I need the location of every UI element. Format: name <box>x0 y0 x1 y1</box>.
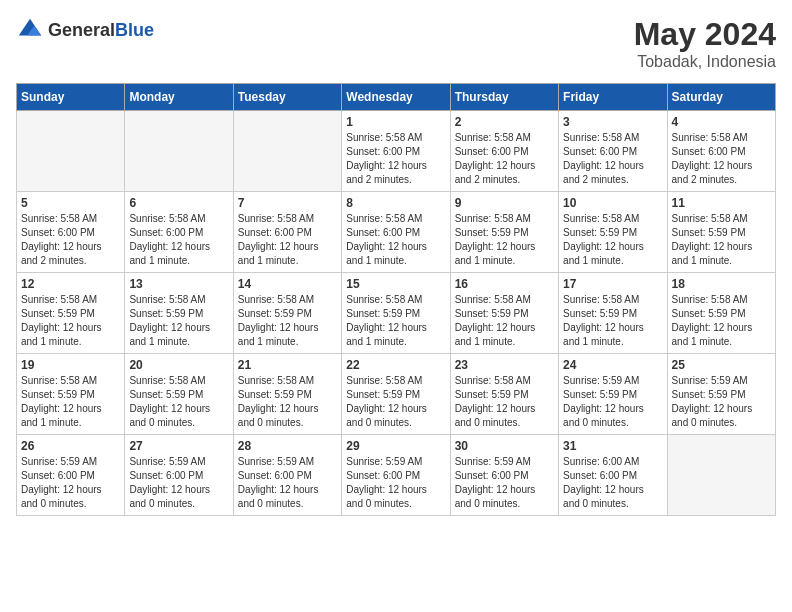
calendar-cell: 2Sunrise: 5:58 AM Sunset: 6:00 PM Daylig… <box>450 111 558 192</box>
cell-info: Sunrise: 5:58 AM Sunset: 5:59 PM Dayligh… <box>672 293 771 349</box>
calendar-cell: 25Sunrise: 5:59 AM Sunset: 5:59 PM Dayli… <box>667 354 775 435</box>
day-number: 6 <box>129 196 228 210</box>
day-number: 3 <box>563 115 662 129</box>
day-number: 27 <box>129 439 228 453</box>
logo-icon <box>16 16 44 44</box>
day-number: 9 <box>455 196 554 210</box>
cell-info: Sunrise: 5:58 AM Sunset: 5:59 PM Dayligh… <box>21 293 120 349</box>
week-row-2: 5Sunrise: 5:58 AM Sunset: 6:00 PM Daylig… <box>17 192 776 273</box>
calendar-cell: 22Sunrise: 5:58 AM Sunset: 5:59 PM Dayli… <box>342 354 450 435</box>
calendar-cell: 16Sunrise: 5:58 AM Sunset: 5:59 PM Dayli… <box>450 273 558 354</box>
day-number: 2 <box>455 115 554 129</box>
calendar-cell <box>17 111 125 192</box>
calendar-cell <box>125 111 233 192</box>
cell-info: Sunrise: 5:58 AM Sunset: 5:59 PM Dayligh… <box>21 374 120 430</box>
cell-info: Sunrise: 5:58 AM Sunset: 5:59 PM Dayligh… <box>346 374 445 430</box>
day-number: 30 <box>455 439 554 453</box>
calendar-cell <box>233 111 341 192</box>
title-area: May 2024 Tobadak, Indonesia <box>634 16 776 71</box>
day-number: 12 <box>21 277 120 291</box>
calendar-cell: 29Sunrise: 5:59 AM Sunset: 6:00 PM Dayli… <box>342 435 450 516</box>
calendar-cell: 15Sunrise: 5:58 AM Sunset: 5:59 PM Dayli… <box>342 273 450 354</box>
logo: GeneralBlue <box>16 16 154 44</box>
week-row-4: 19Sunrise: 5:58 AM Sunset: 5:59 PM Dayli… <box>17 354 776 435</box>
calendar-cell: 7Sunrise: 5:58 AM Sunset: 6:00 PM Daylig… <box>233 192 341 273</box>
day-number: 29 <box>346 439 445 453</box>
cell-info: Sunrise: 5:59 AM Sunset: 6:00 PM Dayligh… <box>346 455 445 511</box>
logo-general-text: General <box>48 20 115 40</box>
calendar-cell: 18Sunrise: 5:58 AM Sunset: 5:59 PM Dayli… <box>667 273 775 354</box>
calendar-cell: 28Sunrise: 5:59 AM Sunset: 6:00 PM Dayli… <box>233 435 341 516</box>
day-number: 19 <box>21 358 120 372</box>
cell-info: Sunrise: 5:59 AM Sunset: 6:00 PM Dayligh… <box>238 455 337 511</box>
calendar-cell: 13Sunrise: 5:58 AM Sunset: 5:59 PM Dayli… <box>125 273 233 354</box>
cell-info: Sunrise: 5:59 AM Sunset: 6:00 PM Dayligh… <box>129 455 228 511</box>
day-number: 13 <box>129 277 228 291</box>
week-row-5: 26Sunrise: 5:59 AM Sunset: 6:00 PM Dayli… <box>17 435 776 516</box>
calendar-cell: 5Sunrise: 5:58 AM Sunset: 6:00 PM Daylig… <box>17 192 125 273</box>
cell-info: Sunrise: 5:58 AM Sunset: 5:59 PM Dayligh… <box>346 293 445 349</box>
cell-info: Sunrise: 5:58 AM Sunset: 6:00 PM Dayligh… <box>238 212 337 268</box>
col-header-tuesday: Tuesday <box>233 84 341 111</box>
cell-info: Sunrise: 5:59 AM Sunset: 6:00 PM Dayligh… <box>455 455 554 511</box>
calendar-cell: 14Sunrise: 5:58 AM Sunset: 5:59 PM Dayli… <box>233 273 341 354</box>
month-title: May 2024 <box>634 16 776 53</box>
cell-info: Sunrise: 5:59 AM Sunset: 5:59 PM Dayligh… <box>563 374 662 430</box>
calendar-cell: 10Sunrise: 5:58 AM Sunset: 5:59 PM Dayli… <box>559 192 667 273</box>
cell-info: Sunrise: 5:58 AM Sunset: 5:59 PM Dayligh… <box>455 212 554 268</box>
cell-info: Sunrise: 5:58 AM Sunset: 6:00 PM Dayligh… <box>129 212 228 268</box>
cell-info: Sunrise: 5:59 AM Sunset: 6:00 PM Dayligh… <box>21 455 120 511</box>
col-header-monday: Monday <box>125 84 233 111</box>
cell-info: Sunrise: 5:58 AM Sunset: 6:00 PM Dayligh… <box>672 131 771 187</box>
day-number: 1 <box>346 115 445 129</box>
cell-info: Sunrise: 6:00 AM Sunset: 6:00 PM Dayligh… <box>563 455 662 511</box>
cell-info: Sunrise: 5:58 AM Sunset: 6:00 PM Dayligh… <box>21 212 120 268</box>
day-number: 24 <box>563 358 662 372</box>
cell-info: Sunrise: 5:58 AM Sunset: 6:00 PM Dayligh… <box>346 131 445 187</box>
cell-info: Sunrise: 5:58 AM Sunset: 5:59 PM Dayligh… <box>129 293 228 349</box>
calendar-cell <box>667 435 775 516</box>
calendar-cell: 9Sunrise: 5:58 AM Sunset: 5:59 PM Daylig… <box>450 192 558 273</box>
week-row-1: 1Sunrise: 5:58 AM Sunset: 6:00 PM Daylig… <box>17 111 776 192</box>
calendar-cell: 21Sunrise: 5:58 AM Sunset: 5:59 PM Dayli… <box>233 354 341 435</box>
day-number: 10 <box>563 196 662 210</box>
day-number: 11 <box>672 196 771 210</box>
day-number: 7 <box>238 196 337 210</box>
calendar-cell: 20Sunrise: 5:58 AM Sunset: 5:59 PM Dayli… <box>125 354 233 435</box>
calendar-cell: 27Sunrise: 5:59 AM Sunset: 6:00 PM Dayli… <box>125 435 233 516</box>
calendar-cell: 8Sunrise: 5:58 AM Sunset: 6:00 PM Daylig… <box>342 192 450 273</box>
week-row-3: 12Sunrise: 5:58 AM Sunset: 5:59 PM Dayli… <box>17 273 776 354</box>
cell-info: Sunrise: 5:58 AM Sunset: 5:59 PM Dayligh… <box>238 374 337 430</box>
calendar-cell: 4Sunrise: 5:58 AM Sunset: 6:00 PM Daylig… <box>667 111 775 192</box>
day-number: 16 <box>455 277 554 291</box>
calendar-cell: 11Sunrise: 5:58 AM Sunset: 5:59 PM Dayli… <box>667 192 775 273</box>
day-number: 21 <box>238 358 337 372</box>
calendar-cell: 30Sunrise: 5:59 AM Sunset: 6:00 PM Dayli… <box>450 435 558 516</box>
day-number: 17 <box>563 277 662 291</box>
calendar-cell: 12Sunrise: 5:58 AM Sunset: 5:59 PM Dayli… <box>17 273 125 354</box>
calendar-cell: 17Sunrise: 5:58 AM Sunset: 5:59 PM Dayli… <box>559 273 667 354</box>
calendar-cell: 23Sunrise: 5:58 AM Sunset: 5:59 PM Dayli… <box>450 354 558 435</box>
col-header-wednesday: Wednesday <box>342 84 450 111</box>
day-number: 4 <box>672 115 771 129</box>
day-number: 23 <box>455 358 554 372</box>
col-header-sunday: Sunday <box>17 84 125 111</box>
location-title: Tobadak, Indonesia <box>634 53 776 71</box>
cell-info: Sunrise: 5:58 AM Sunset: 5:59 PM Dayligh… <box>672 212 771 268</box>
header-row: SundayMondayTuesdayWednesdayThursdayFrid… <box>17 84 776 111</box>
calendar-cell: 3Sunrise: 5:58 AM Sunset: 6:00 PM Daylig… <box>559 111 667 192</box>
cell-info: Sunrise: 5:58 AM Sunset: 5:59 PM Dayligh… <box>129 374 228 430</box>
calendar-cell: 1Sunrise: 5:58 AM Sunset: 6:00 PM Daylig… <box>342 111 450 192</box>
cell-info: Sunrise: 5:58 AM Sunset: 6:00 PM Dayligh… <box>563 131 662 187</box>
day-number: 18 <box>672 277 771 291</box>
day-number: 26 <box>21 439 120 453</box>
day-number: 22 <box>346 358 445 372</box>
calendar-cell: 19Sunrise: 5:58 AM Sunset: 5:59 PM Dayli… <box>17 354 125 435</box>
cell-info: Sunrise: 5:58 AM Sunset: 6:00 PM Dayligh… <box>346 212 445 268</box>
day-number: 25 <box>672 358 771 372</box>
cell-info: Sunrise: 5:58 AM Sunset: 5:59 PM Dayligh… <box>563 212 662 268</box>
col-header-friday: Friday <box>559 84 667 111</box>
calendar-cell: 6Sunrise: 5:58 AM Sunset: 6:00 PM Daylig… <box>125 192 233 273</box>
calendar-cell: 26Sunrise: 5:59 AM Sunset: 6:00 PM Dayli… <box>17 435 125 516</box>
page-header: GeneralBlue May 2024 Tobadak, Indonesia <box>16 16 776 71</box>
